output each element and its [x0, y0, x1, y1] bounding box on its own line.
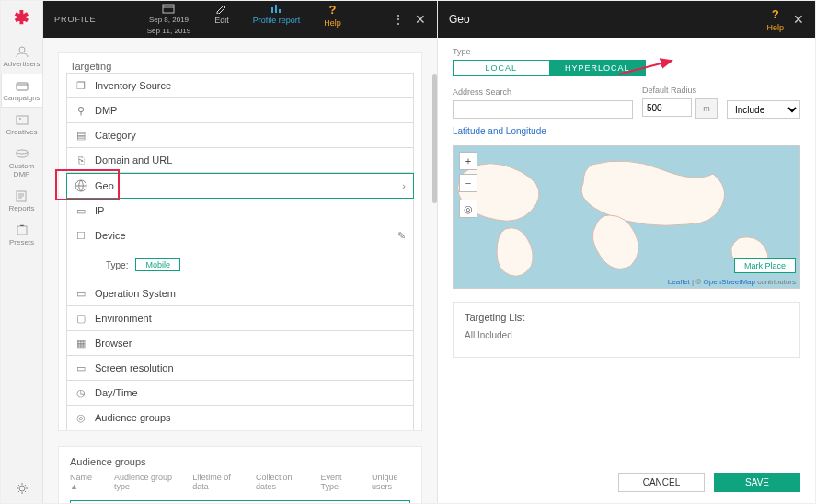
col-dates[interactable]: Collection dates: [256, 473, 303, 491]
help-button[interactable]: ? Help: [324, 3, 341, 36]
geo-panel: Geo ? Help ✕ Type LOCAL HYPERLOCAL Addre…: [437, 1, 815, 503]
col-type[interactable]: Audience group type: [114, 473, 174, 491]
edit-label: Edit: [214, 16, 229, 25]
save-button[interactable]: SAVE: [714, 473, 800, 492]
device-type-label: Type:: [106, 260, 128, 270]
locate-button[interactable]: ◎: [459, 200, 477, 218]
zoom-out-button[interactable]: −: [459, 174, 477, 192]
help-icon: ?: [329, 3, 337, 17]
zoom-in-button[interactable]: +: [459, 152, 477, 170]
address-input[interactable]: [453, 100, 633, 119]
screen-icon: ▭: [75, 361, 87, 374]
targeting-item-label: Day/Time: [95, 387, 138, 398]
header-actions: Sep 8, 2019 Sep 11, 2019 Edit Profile re…: [97, 3, 392, 36]
include-field: Include: [727, 87, 800, 119]
chevron-right-icon: ›: [402, 180, 406, 191]
device-type-row: Type: Mobile: [106, 258, 387, 271]
targeting-item-label: Geo: [95, 180, 114, 191]
targeting-browser[interactable]: ▦Browser: [66, 330, 414, 356]
pencil-icon[interactable]: ✎: [397, 230, 406, 242]
targeting-device[interactable]: ☐ Device ✎ Type: Mobile: [66, 223, 414, 281]
targeting-daytime[interactable]: ◷Day/Time: [66, 380, 414, 406]
targeting-ip[interactable]: ▭IP: [66, 198, 414, 223]
profile-report-button[interactable]: Profile report: [253, 3, 301, 36]
col-unique[interactable]: Unique users: [372, 473, 410, 491]
nav-label: Campaigns: [3, 94, 40, 102]
header-menu-icon[interactable]: ⋮: [392, 12, 406, 27]
targeting-item-label: Screen resolution: [95, 362, 174, 373]
nav-label: Presets: [9, 238, 34, 246]
nav-label: Custom DMP: [9, 162, 35, 178]
svg-rect-6: [17, 226, 27, 235]
device-type-tag[interactable]: Mobile: [135, 258, 180, 271]
presets-icon: [14, 223, 30, 236]
osm-link[interactable]: OpenStreetMap: [703, 278, 754, 286]
targeting-item-label: Domain and URL: [95, 155, 172, 166]
targeting-list-card: Targeting List All Included: [453, 302, 800, 358]
targeting-item-label: Operation System: [95, 288, 176, 299]
targeting-audience-groups[interactable]: ◎Audience groups: [66, 405, 414, 430]
targeting-item-label: IP: [95, 205, 104, 216]
targeting-dmp[interactable]: ⚲DMP: [66, 97, 414, 123]
geo-title: Geo: [449, 13, 470, 26]
report-icon: [270, 3, 283, 14]
radius-input[interactable]: [642, 98, 692, 117]
nav-custom-dmp[interactable]: Custom DMP: [1, 142, 43, 184]
targeting-inventory-source[interactable]: ❐Inventory Source: [66, 73, 414, 98]
nav-label: Creatives: [6, 128, 38, 136]
reports-icon: [14, 189, 30, 202]
domain-icon: ⎘: [75, 154, 87, 166]
svg-rect-1: [17, 83, 28, 90]
geo-help-button[interactable]: ? Help: [766, 7, 784, 32]
category-icon: ▤: [75, 129, 87, 142]
profile-column: PROFILE Sep 8, 2019 Sep 11, 2019 Edit Pr…: [43, 1, 437, 503]
col-lifetime[interactable]: Lifetime of data: [192, 473, 237, 491]
mark-place-button[interactable]: Mark Place: [734, 258, 796, 273]
header-close-icon[interactable]: ✕: [415, 12, 426, 27]
targeting-domain-url[interactable]: ⎘Domain and URL: [66, 147, 414, 173]
clock-icon: ◷: [75, 386, 87, 399]
address-field: Address Search: [453, 87, 633, 119]
date-range[interactable]: Sep 8, 2019 Sep 11, 2019: [147, 3, 191, 36]
svg-point-0: [19, 47, 25, 52]
edit-button[interactable]: Edit: [214, 3, 229, 36]
nav-presets[interactable]: Presets: [1, 218, 43, 252]
cancel-button[interactable]: CANCEL: [618, 473, 705, 492]
help-label: Help: [324, 18, 341, 28]
geo-header: Geo ? Help ✕: [438, 1, 815, 38]
targeting-category[interactable]: ▤Category: [66, 122, 414, 148]
device-icon: ☐: [75, 229, 87, 242]
geo-close-icon[interactable]: ✕: [793, 12, 804, 27]
collect-audience-button[interactable]: COLLECT AUDIENCE: [70, 500, 410, 503]
seg-local[interactable]: LOCAL: [453, 60, 549, 76]
targeting-item-label: Category: [95, 130, 136, 141]
calendar-icon: [162, 3, 175, 14]
help-icon: ?: [772, 7, 779, 21]
nav-reports[interactable]: Reports: [1, 184, 43, 218]
col-event[interactable]: Event Type: [321, 473, 353, 491]
audience-title: Audience groups: [70, 456, 410, 467]
latlon-link[interactable]: Latitude and Longitude: [453, 126, 546, 136]
nav-advertisers[interactable]: Advertisers: [1, 40, 43, 74]
targeting-screen[interactable]: ▭Screen resolution: [66, 355, 414, 381]
search-section: Address Search Default Radius m Include …: [438, 86, 815, 145]
targeting-geo[interactable]: Geo ›: [66, 173, 414, 199]
map[interactable]: + − ◎ Mark Place Leaflet | © OpenStreetM…: [453, 145, 800, 289]
leaflet-link[interactable]: Leaflet: [668, 278, 690, 286]
nav-settings[interactable]: [1, 475, 43, 503]
os-icon: ▭: [75, 287, 87, 300]
nav-creatives[interactable]: Creatives: [1, 108, 43, 142]
col-name[interactable]: Name ▲: [70, 473, 96, 491]
nav-campaigns[interactable]: Campaigns: [1, 74, 43, 108]
include-select[interactable]: Include: [727, 100, 800, 119]
edit-icon: [215, 3, 228, 14]
seg-hyperlocal[interactable]: HYPERLOCAL: [549, 60, 647, 76]
campaigns-icon: [14, 79, 30, 92]
targeting-item-label: Device: [95, 230, 126, 241]
nav-rail: ✱ Advertisers Campaigns Creatives Custom…: [1, 1, 43, 503]
targeting-environment[interactable]: ▢Environment: [66, 305, 414, 331]
scrollbar[interactable]: [432, 74, 437, 203]
advertisers-icon: [14, 45, 30, 58]
svg-rect-2: [17, 116, 28, 124]
targeting-os[interactable]: ▭Operation System: [66, 281, 414, 306]
